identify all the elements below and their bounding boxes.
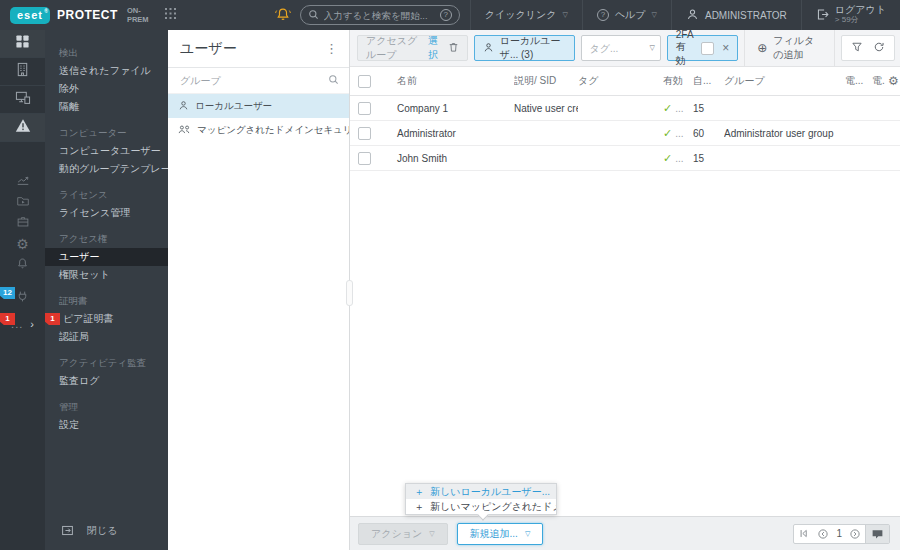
table-row[interactable]: Administrator ✓... 60 Administrator user… bbox=[350, 121, 900, 146]
group-search-label: グループ bbox=[180, 74, 221, 88]
group-search[interactable]: グループ bbox=[168, 68, 349, 94]
chevron-down-icon: ▽ bbox=[562, 11, 567, 19]
row-checkbox[interactable] bbox=[358, 152, 371, 165]
sidebar-item-settings[interactable]: 設定 bbox=[45, 416, 168, 434]
sidebar-item-certification-authorities[interactable]: 認証局 bbox=[45, 328, 168, 346]
select-all-checkbox[interactable] bbox=[358, 75, 371, 88]
brand: eset® PROTECT ON-PREM bbox=[0, 6, 175, 24]
sidebar-item-dynamic-group-templates[interactable]: 動的グループテンプレート bbox=[45, 160, 168, 178]
nav-devices[interactable] bbox=[0, 86, 45, 114]
column-description-sid[interactable]: 説明/ SID bbox=[514, 74, 578, 88]
warning-triangle-icon bbox=[15, 118, 31, 137]
panel-menu-icon[interactable]: ⋮ bbox=[325, 41, 339, 56]
nav-policies[interactable]: ⚙ bbox=[0, 233, 45, 254]
actions-button[interactable]: アクション ▽ bbox=[358, 523, 448, 545]
access-group-select-link[interactable]: 選択 bbox=[428, 34, 442, 62]
user-icon bbox=[178, 100, 189, 113]
sidebar-item-audit-log[interactable]: 監査ログ bbox=[45, 372, 168, 390]
nav-reports[interactable] bbox=[0, 170, 45, 191]
edition-label: ON-PREM bbox=[127, 6, 149, 24]
sidebar-item-users[interactable]: ユーザー bbox=[45, 248, 168, 266]
nav-tasks[interactable] bbox=[0, 191, 45, 212]
sidebar-item-permission-sets[interactable]: 権限セット bbox=[45, 266, 168, 284]
chevron-down-icon[interactable]: ▽ bbox=[649, 44, 654, 52]
group-item-mapped-domain-security-groups[interactable]: マッピングされたドメインセキュリティグル... bbox=[168, 118, 349, 142]
cell-auto-logout: 60 bbox=[693, 128, 724, 139]
app-launcher-icon[interactable] bbox=[164, 6, 177, 24]
search-input[interactable] bbox=[324, 10, 435, 21]
cell-name: John Smith bbox=[390, 153, 514, 164]
tfa-filter-chip[interactable]: 2FA有効 × bbox=[667, 35, 738, 61]
column-group[interactable]: グループ bbox=[724, 74, 845, 88]
logout-button[interactable]: ログアウト > 59分 bbox=[801, 0, 900, 30]
sidebar-header-licenses: ライセンス bbox=[45, 186, 168, 204]
trash-icon[interactable] bbox=[448, 41, 459, 55]
access-group-filter-chip[interactable]: アクセスグループ 選択 bbox=[357, 35, 468, 61]
column-name[interactable]: 名前 bbox=[390, 74, 514, 88]
registered-mark: ® bbox=[44, 8, 49, 14]
search-box[interactable]: ? bbox=[300, 5, 460, 25]
table-row[interactable]: Company 1 Native user cre... ✓... 15 bbox=[350, 96, 900, 121]
quick-links-menu[interactable]: クイックリンク ▽ bbox=[470, 0, 582, 30]
column-auto-logout[interactable]: 自... bbox=[693, 74, 724, 88]
pagination: 1 bbox=[793, 524, 890, 544]
cell-description: Native user cre... bbox=[514, 103, 578, 114]
column-email[interactable]: 電... bbox=[845, 74, 872, 88]
column-tags[interactable]: タグ bbox=[578, 74, 663, 88]
nav-installers[interactable] bbox=[0, 212, 45, 233]
next-page-button[interactable] bbox=[845, 525, 865, 543]
nav-dashboard[interactable] bbox=[0, 30, 45, 58]
notification-bell-button[interactable] bbox=[266, 0, 300, 30]
sidebar-item-computer-users[interactable]: コンピュータユーザー bbox=[45, 142, 168, 160]
user-menu[interactable]: ADMINISTRATOR bbox=[671, 0, 801, 30]
dashboard-icon bbox=[15, 34, 30, 53]
eset-protect-console: eset® PROTECT ON-PREM bbox=[0, 0, 900, 550]
nav-computers[interactable] bbox=[0, 58, 45, 86]
row-checkbox[interactable] bbox=[358, 102, 371, 115]
search-help-icon[interactable]: ? bbox=[440, 9, 452, 21]
local-users-filter-chip[interactable]: ローカルユーザ... (3) bbox=[474, 35, 575, 61]
cell-group: Administrator user group bbox=[724, 128, 845, 139]
menu-item-new-local-user[interactable]: ＋ 新しいローカルユーザー... bbox=[406, 484, 556, 499]
topbar: eset® PROTECT ON-PREM bbox=[0, 0, 900, 30]
row-checkbox[interactable] bbox=[358, 127, 371, 140]
nav-detections[interactable] bbox=[0, 114, 45, 142]
collapse-sidebar-button[interactable]: 閉じる bbox=[45, 520, 168, 542]
eset-logo: eset® bbox=[10, 7, 50, 24]
previous-page-button[interactable] bbox=[813, 525, 833, 543]
sidebar-header-detections: 検出 bbox=[45, 44, 168, 62]
column-settings-gear-icon[interactable]: ⚙ bbox=[888, 74, 900, 88]
user-icon bbox=[483, 42, 494, 55]
table-row[interactable]: John Smith ✓... 15 bbox=[350, 146, 900, 171]
close-icon[interactable]: × bbox=[722, 41, 729, 55]
feedback-bubble-button[interactable] bbox=[865, 525, 889, 543]
users-icon bbox=[178, 124, 191, 137]
sidebar-item-exclusions[interactable]: 除外 bbox=[45, 80, 168, 98]
nav-more[interactable]: 1 ... › bbox=[0, 311, 45, 337]
plus-icon: ＋ bbox=[414, 485, 424, 499]
add-new-button[interactable]: 新規追加... ▽ bbox=[457, 523, 544, 545]
funnel-icon[interactable] bbox=[851, 39, 863, 57]
first-page-button[interactable] bbox=[794, 525, 813, 543]
sidebar-item-submitted-files[interactable]: 送信されたファイル bbox=[45, 62, 168, 80]
panel-splitter-handle[interactable] bbox=[346, 280, 353, 306]
nav-notifications[interactable] bbox=[0, 254, 45, 275]
help-label: ヘルプ bbox=[615, 8, 646, 22]
product-name: PROTECT bbox=[57, 8, 118, 22]
refresh-icon[interactable] bbox=[873, 39, 885, 57]
chevron-down-icon: ▽ bbox=[429, 530, 434, 538]
group-item-local-users[interactable]: ローカルユーザー bbox=[168, 94, 349, 118]
column-phone[interactable]: 電. bbox=[872, 74, 888, 88]
sidebar-item-peer-certificates[interactable]: 1 ピア証明書 bbox=[45, 310, 168, 328]
column-enabled[interactable]: 有効 bbox=[663, 74, 693, 88]
session-timer: > 59分 bbox=[835, 15, 886, 25]
sidebar-item-license-management[interactable]: ライセンス管理 bbox=[45, 204, 168, 222]
help-menu[interactable]: ? ヘルプ ▽ bbox=[582, 0, 671, 30]
filter-toolbar: アクセスグループ 選択 ローカルユーザ... (3) ▽ bbox=[350, 30, 900, 67]
table-tools bbox=[841, 35, 895, 61]
add-filter-button[interactable]: ⊕ フィルタの追加 bbox=[744, 30, 835, 67]
logout-label: ログアウト bbox=[835, 5, 886, 15]
sidebar-item-quarantine[interactable]: 隔離 bbox=[45, 98, 168, 116]
nav-status-overview[interactable]: 12 bbox=[0, 285, 45, 311]
tfa-checkbox[interactable] bbox=[701, 42, 714, 55]
